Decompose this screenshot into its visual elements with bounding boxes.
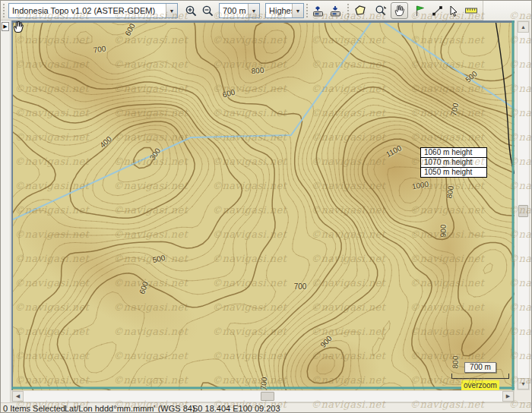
toolbar-gripper bbox=[306, 4, 309, 17]
items-selected-status: 0 Items Selected bbox=[3, 404, 65, 413]
map-product-value: Indonesia Topo v1.02 (ASTER-GDEM) bbox=[9, 6, 166, 15]
map-product-dropdown[interactable]: Indonesia Topo v1.02 (ASTER-GDEM) ▼ bbox=[8, 3, 178, 18]
horizontal-scroll-thumb[interactable] bbox=[261, 392, 274, 401]
zoom-in-magnifier-icon bbox=[185, 5, 198, 17]
position-format-status: Lat/Lon hddd°mm.mmm' (WGS 84) bbox=[65, 404, 195, 413]
measure-ruler-tool-button[interactable] bbox=[462, 2, 480, 19]
send-to-device-button[interactable] bbox=[309, 2, 327, 19]
zoom-select-tool-button[interactable] bbox=[372, 2, 390, 19]
vertical-scroll-thumb[interactable] bbox=[518, 205, 528, 217]
scroll-left-button[interactable]: ◀ bbox=[12, 391, 24, 402]
scroll-right-button[interactable]: ▶ bbox=[502, 391, 514, 402]
collapsed-panel-strip: ▶ bbox=[1, 20, 11, 402]
scroll-down-button[interactable]: ▼ bbox=[518, 378, 529, 389]
chevron-down-icon[interactable]: ▼ bbox=[292, 4, 303, 17]
waypoint-flag-icon bbox=[413, 5, 426, 17]
detail-level-value: Highest bbox=[266, 6, 292, 15]
topo-map-canvas[interactable] bbox=[11, 20, 515, 390]
cursor-coordinates-status: S0 18.404 E100 09.203 bbox=[192, 404, 280, 413]
receive-from-device-button[interactable] bbox=[327, 2, 344, 19]
detail-level-dropdown[interactable]: Highest ▼ bbox=[265, 3, 304, 18]
pan-hand-tool-icon bbox=[393, 5, 406, 17]
route-tool-icon bbox=[431, 5, 444, 17]
receive-from-device-icon bbox=[329, 5, 343, 17]
toolbar: Indonesia Topo v1.02 (ASTER-GDEM) ▼ 700 … bbox=[1, 1, 531, 20]
polygon-tool-button[interactable] bbox=[352, 2, 369, 19]
measure-ruler-icon bbox=[464, 5, 478, 17]
vertical-scrollbar[interactable]: ▲ ▼ bbox=[517, 20, 530, 390]
zoom-in-button[interactable] bbox=[182, 2, 200, 19]
map-viewport[interactable]: 7008009007006005009008001000110070050030… bbox=[11, 20, 515, 390]
polygon-tool-icon bbox=[354, 5, 367, 17]
toolbar-gripper bbox=[347, 4, 350, 17]
toolbar-gripper bbox=[3, 4, 5, 17]
selection-arrow-tool-button[interactable] bbox=[445, 2, 463, 19]
toolbar-empty-area bbox=[483, 1, 531, 20]
status-bar: 0 Items Selected Lat/Lon hddd°mm.mmm' (W… bbox=[1, 402, 531, 413]
mapsource-window: Indonesia Topo v1.02 (ASTER-GDEM) ▼ 700 … bbox=[0, 0, 532, 413]
route-tool-button[interactable] bbox=[429, 2, 446, 19]
zoom-scale-dropdown[interactable]: 700 m ▼ bbox=[219, 3, 260, 18]
selection-arrow-icon bbox=[448, 5, 461, 17]
zoom-select-tool-icon bbox=[375, 5, 388, 17]
zoom-out-button[interactable] bbox=[199, 2, 217, 19]
chevron-down-icon[interactable]: ▼ bbox=[166, 4, 177, 17]
zoom-out-magnifier-icon bbox=[201, 5, 214, 17]
chevron-down-icon[interactable]: ▼ bbox=[248, 4, 259, 17]
waypoint-flag-tool-button[interactable] bbox=[411, 2, 429, 19]
pan-hand-tool-button[interactable] bbox=[391, 2, 408, 19]
scroll-up-button[interactable]: ▲ bbox=[518, 21, 529, 33]
panel-expander-button[interactable]: ▶ bbox=[2, 22, 9, 31]
horizontal-scrollbar[interactable]: ◀ ▶ bbox=[11, 390, 515, 402]
send-to-device-icon bbox=[312, 5, 325, 17]
zoom-scale-value: 700 m bbox=[220, 6, 248, 15]
